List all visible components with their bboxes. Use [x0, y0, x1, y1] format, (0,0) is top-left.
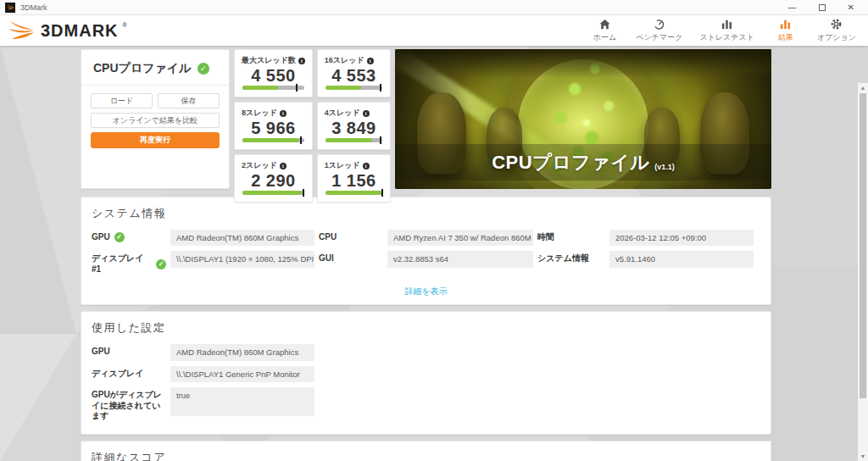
minimize-button[interactable]: — [788, 3, 797, 12]
nav-home[interactable]: ホーム [590, 18, 619, 43]
benchmark-icon [653, 18, 665, 31]
tile-score: 4 553 [325, 66, 383, 86]
nav-stresstest-label: ストレステスト [699, 32, 754, 43]
scrollbar-thumb[interactable] [860, 93, 866, 398]
settings-title: 使用した設定 [92, 320, 760, 336]
display-value: \\.\DISPLAY1 (1920 × 1080, 125% DPI scal… [170, 251, 314, 267]
benchmark-hero-image: CPUプロファイル (v1.1) [395, 49, 771, 189]
tile-label: 1スレッド [325, 160, 360, 171]
gpu-label-row: GPU [92, 230, 166, 243]
system-info-card: システム情報 GPU AMD Radeon(TM) 860M Graphics … [81, 197, 771, 305]
time-value: 2026-03-12 12:05 +09:00 [609, 230, 754, 246]
title-bar: 3DMark — ✕ [0, 0, 868, 15]
tile-4-threads: 4スレッド 3 849 [317, 102, 391, 150]
tile-score: 4 550 [242, 66, 305, 86]
gpu-label: GPU [92, 232, 110, 243]
nav-options[interactable]: オプション [817, 18, 856, 43]
rerun-button[interactable]: 再度実行 [91, 132, 220, 148]
settings-display-label: ディスプレイ [92, 366, 166, 380]
tile-label: 16スレッド [325, 55, 364, 66]
show-details-link[interactable]: 詳細を表示 [404, 286, 447, 296]
settings-attached-value: true [170, 387, 314, 416]
gui-value: v2.32.8853 s64 [387, 251, 533, 267]
detailed-title: 詳細なスコア [92, 450, 760, 461]
check-circle-icon [156, 259, 166, 269]
score-bar [242, 191, 304, 195]
score-tiles: 最大スレッド数 4 550 16スレッド 4 553 8スレッド 5 966 4… [234, 49, 391, 189]
main-area: CPUプロファイル ロード 保存 オンラインで結果を比較 再度実行 最大スレッド… [0, 46, 868, 461]
score-bar [242, 86, 304, 90]
settings-attached-label: GPUがディスプレイに接続されています [92, 387, 166, 422]
score-bar [326, 86, 382, 90]
gui-label: GUI [319, 251, 383, 264]
registered-mark: ® [123, 22, 127, 28]
home-icon [598, 18, 611, 31]
hero-version: (v1.1) [654, 163, 675, 171]
check-circle-icon [114, 232, 125, 242]
maximize-button[interactable] [819, 4, 826, 11]
score-bar [326, 138, 382, 142]
save-button[interactable]: 保存 [158, 93, 220, 108]
info-icon[interactable] [367, 58, 374, 64]
cpu-profile-panel: CPUプロファイル ロード 保存 オンラインで結果を比較 再度実行 [81, 49, 230, 189]
tile-1-thread: 1スレッド 1 156 [317, 154, 391, 203]
tile-label: 最大スレッド数 [242, 55, 296, 66]
nav-stresstest[interactable]: ストレステスト [699, 18, 754, 43]
nav-options-label: オプション [817, 32, 856, 43]
tile-max-threads: 最大スレッド数 4 550 [234, 49, 313, 97]
nav-home-label: ホーム [593, 32, 616, 43]
options-gear-icon [830, 18, 843, 31]
settings-gpu-label: GPU [92, 344, 166, 358]
nav-results[interactable]: 結果 [771, 18, 800, 43]
scroll-up-arrow-icon[interactable]: ▲ [858, 83, 868, 92]
sysinfo-value: v5.91.1460 [609, 251, 754, 267]
tile-8-threads: 8スレッド 5 966 [234, 102, 313, 150]
load-button[interactable]: ロード [91, 93, 153, 108]
system-info-title: システム情報 [92, 206, 760, 221]
tile-label: 2スレッド [242, 160, 277, 171]
panel-title: CPUプロファイル [93, 61, 192, 76]
app-header: 3DMARK® ホーム ベンチマーク ストレステスト 結果 オプション [0, 15, 868, 46]
info-icon[interactable] [280, 110, 287, 117]
stress-test-icon [721, 18, 733, 31]
score-bar [242, 138, 304, 142]
3dmark-logo: 3DMARK® [8, 19, 127, 42]
detailed-scores-card: 詳細なスコア 最大スレッド数 4 550 16スレッド 4 553 8スレッド … [81, 441, 771, 461]
settings-gpu-value: AMD Radeon(TM) 860M Graphics [170, 344, 314, 360]
nav-benchmark[interactable]: ベンチマーク [636, 18, 682, 43]
tile-score: 1 156 [325, 171, 383, 191]
tile-score: 3 849 [325, 119, 383, 138]
results-icon [779, 18, 792, 31]
logo-text: 3DMARK [41, 21, 119, 41]
check-circle-icon [198, 63, 209, 75]
compare-online-button[interactable]: オンラインで結果を比較 [91, 113, 220, 128]
vertical-scrollbar[interactable]: ▲ ▼ [858, 83, 868, 461]
main-nav: ホーム ベンチマーク ストレステスト 結果 オプション [590, 18, 856, 43]
sysinfo-label: システム情報 [537, 251, 605, 264]
info-icon[interactable] [298, 58, 305, 64]
window-title: 3DMark [20, 3, 788, 12]
time-label: 時間 [537, 230, 605, 243]
content-column: CPUプロファイル ロード 保存 オンラインで結果を比較 再度実行 最大スレッド… [81, 49, 771, 461]
cpu-value: AMD Ryzen AI 7 350 w/ Radeon 860M [387, 230, 533, 246]
tile-label: 8スレッド [242, 108, 277, 119]
tile-label: 4スレッド [325, 108, 360, 119]
tile-score: 2 290 [242, 171, 305, 191]
close-button[interactable]: ✕ [848, 3, 854, 12]
scroll-down-arrow-icon[interactable]: ▼ [858, 452, 868, 461]
tile-score: 5 966 [242, 119, 305, 138]
hero-title: CPUプロファイル [492, 150, 649, 175]
app-icon [5, 3, 15, 13]
tile-2-threads: 2スレッド 2 290 [234, 154, 313, 203]
display-label: ディスプレイ #1 [92, 253, 152, 275]
score-bar [326, 191, 382, 195]
info-icon[interactable] [363, 110, 370, 117]
nav-benchmark-label: ベンチマーク [636, 32, 682, 43]
nav-results-label: 結果 [778, 32, 793, 43]
cpu-label: CPU [319, 230, 383, 243]
info-icon[interactable] [280, 163, 287, 169]
info-icon[interactable] [363, 163, 370, 169]
display-label-row: ディスプレイ #1 [92, 251, 166, 275]
settings-display-value: \\.\DISPLAY1 Generic PnP Monitor [170, 366, 314, 382]
settings-used-card: 使用した設定 GPU AMD Radeon(TM) 860M Graphics … [81, 311, 771, 434]
